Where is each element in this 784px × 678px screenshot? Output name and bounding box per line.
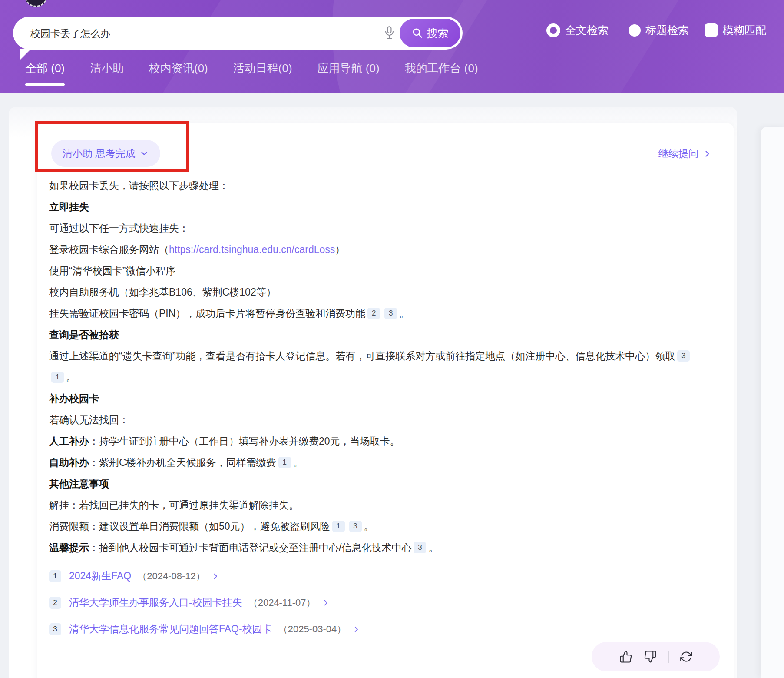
answer-text: 。: [293, 457, 303, 468]
search-input[interactable]: [30, 17, 309, 50]
thumbs-up-icon[interactable]: [619, 650, 632, 663]
answer-text: 通过上述渠道的“遗失卡查询”功能，查看是否有拾卡人登记信息。若有，可直接联系对方…: [49, 350, 675, 362]
answer-text: 校内自助服务机（如李兆基B106、紫荆C楼102等）: [49, 286, 276, 298]
tabs: 全部 (0)清小助校内资讯(0)活动日程(0)应用导航 (0)我的工作台 (0): [25, 61, 478, 86]
footnote-title-link[interactable]: 清华大学信息化服务常见问题回答FAQ-校园卡: [69, 622, 272, 636]
answer-paragraph: 使用“清华校园卡”微信小程序: [49, 260, 708, 282]
regenerate-icon[interactable]: [680, 651, 692, 663]
chevron-right-icon: [322, 599, 330, 607]
citation-badge[interactable]: 1: [332, 521, 345, 532]
answer-bold-text: 补办校园卡: [49, 393, 99, 404]
answer-paragraph: 解挂：若找回已挂失的卡，可通过原挂失渠道解除挂失。: [49, 495, 708, 516]
tab-5[interactable]: 我的工作台 (0): [405, 61, 478, 86]
footnote-item[interactable]: 3清华大学信息化服务常见问题回答FAQ-校园卡（2025-03-04）: [49, 616, 360, 642]
assistant-status-pill[interactable]: 清小助 思考完成: [51, 140, 160, 167]
answer-paragraph: 温馨提示：拾到他人校园卡可通过卡背面电话登记或交至注册中心/信息化技术中心3。: [49, 537, 708, 558]
answer-text: 挂失需验证校园卡密码（PIN），成功后卡片将暂停身份查验和消费功能: [49, 308, 365, 319]
answer-text: ：紫荆C楼补办机全天候服务，同样需缴费: [89, 457, 276, 468]
answer-card: 清小助 思考完成 继续提问 如果校园卡丢失，请按照以下步骤处理：立即挂失可通过以…: [37, 123, 734, 678]
answer-paragraph: 如果校园卡丢失，请按照以下步骤处理：: [49, 175, 708, 196]
card-loss-url-link[interactable]: https://card.tsinghua.edu.cn/cardLoss: [169, 244, 335, 255]
answer-text: 。: [399, 308, 409, 319]
answer-bold-text: 人工补办: [49, 435, 89, 447]
continue-asking-label: 继续提问: [658, 147, 698, 160]
answer-bold-text: 立即挂失: [49, 201, 89, 213]
answer-text: 。: [66, 372, 76, 383]
tab-0[interactable]: 全部 (0): [25, 61, 65, 86]
option-label: 模糊匹配: [723, 23, 766, 37]
footnote-title-link[interactable]: 清华大学师生办事服务入口-校园卡挂失: [69, 596, 242, 609]
university-logo: [24, 0, 48, 7]
answer-paragraph: 挂失需验证校园卡密码（PIN），成功后卡片将暂停身份查验和消费功能23。: [49, 303, 708, 324]
footnote-title-link[interactable]: 2024新生FAQ: [69, 569, 131, 583]
tab-4[interactable]: 应用导航 (0): [318, 61, 380, 86]
citation-badge[interactable]: 1: [278, 457, 291, 468]
chevron-right-icon: [352, 625, 360, 633]
answer-text: 可通过以下任一方式快速挂失：: [49, 223, 189, 234]
microphone-icon[interactable]: [384, 25, 395, 43]
footnote-item[interactable]: 2清华大学师生办事服务入口-校园卡挂失（2024-11-07）: [49, 589, 360, 616]
chevron-right-icon: [212, 572, 219, 580]
footnote-date: （2024-08-12）: [137, 570, 205, 583]
answer-paragraph: 自助补办：紫荆C楼补办机全天候服务，同样需缴费1。: [49, 452, 708, 473]
answer-paragraph: 立即挂失: [49, 196, 708, 218]
citation-badge[interactable]: 3: [677, 350, 690, 362]
chevron-down-icon: [139, 149, 149, 158]
answer-paragraph: 查询是否被拾获: [49, 324, 708, 346]
option-label: 全文检索: [565, 23, 609, 37]
answer-paragraph: 消费限额：建议设置单日消费限额（如50元），避免被盗刷风险13。: [49, 516, 708, 537]
radio-unselected-icon: [629, 24, 641, 37]
answer-text: 。: [364, 521, 374, 532]
answer-text: 登录校园卡综合服务网站（: [49, 244, 169, 255]
search-bar: 搜索: [13, 17, 463, 50]
citation-badge[interactable]: 3: [384, 308, 397, 319]
citation-badge[interactable]: 2: [367, 308, 380, 319]
answer-text: 若确认无法找回：: [49, 414, 129, 425]
answer-paragraph: 人工补办：持学生证到注册中心（工作日）填写补办表并缴费20元，当场取卡。: [49, 431, 708, 452]
footnote-number-badge: 3: [49, 623, 61, 635]
answer-paragraphs: 如果校园卡丢失，请按照以下步骤处理：立即挂失可通过以下任一方式快速挂失：登录校园…: [49, 175, 708, 558]
footnote-date: （2024-11-07）: [248, 596, 316, 609]
tab-2[interactable]: 校内资讯(0): [149, 61, 208, 86]
option-title-search[interactable]: 标题检索: [629, 23, 689, 37]
feedback-action-bar: [592, 642, 720, 671]
citation-badge[interactable]: 3: [349, 521, 362, 532]
option-fulltext[interactable]: 全文检索: [546, 23, 609, 37]
action-divider: [668, 651, 669, 663]
answer-paragraph: 可通过以下任一方式快速挂失：: [49, 218, 708, 239]
search-button[interactable]: 搜索: [398, 17, 462, 49]
search-bar-tail: [20, 49, 31, 60]
citation-badge[interactable]: 1: [51, 372, 64, 383]
answer-paragraph: 其他注意事项: [49, 473, 708, 495]
thumbs-down-icon[interactable]: [644, 650, 657, 663]
option-fuzzy-match[interactable]: 模糊匹配: [705, 23, 766, 37]
answer-bold-text: 查询是否被拾获: [49, 329, 119, 340]
answer-text: 解挂：若找回已挂失的卡，可通过原挂失渠道解除挂失。: [49, 499, 299, 511]
header: 搜索 全文检索 标题检索 模糊匹配 全部 (0)清小助校内资讯(0)活动日程(0…: [0, 0, 784, 93]
answer-text: 如果校园卡丢失，请按照以下步骤处理：: [49, 180, 229, 191]
answer-bold-text: 自助补办: [49, 457, 89, 468]
answer-text: 。: [428, 542, 438, 553]
tab-3[interactable]: 活动日程(0): [233, 61, 292, 86]
checkbox-unchecked-icon: [705, 23, 718, 37]
answer-bold-text: 其他注意事项: [49, 478, 109, 489]
answer-text: ：拾到他人校园卡可通过卡背面电话登记或交至注册中心/信息化技术中心: [89, 542, 411, 553]
continue-asking-link[interactable]: 继续提问: [658, 147, 711, 160]
tab-1[interactable]: 清小助: [90, 61, 124, 86]
side-panel-fragment: [761, 127, 784, 678]
assistant-status-label: 清小助 思考完成: [63, 147, 135, 160]
radio-selected-icon: [546, 23, 560, 37]
answer-text: ：持学生证到注册中心（工作日）填写补办表并缴费20元，当场取卡。: [89, 435, 400, 447]
app-screen: 搜索 全文检索 标题检索 模糊匹配 全部 (0)清小助校内资讯(0)活动日程(0…: [0, 0, 784, 678]
footnote-number-badge: 1: [49, 570, 61, 582]
footnote-number-badge: 2: [49, 597, 61, 609]
footnote-date: （2025-03-04）: [278, 623, 347, 636]
footnote-list: 12024新生FAQ（2024-08-12）2清华大学师生办事服务入口-校园卡挂…: [49, 563, 360, 642]
footnote-item[interactable]: 12024新生FAQ（2024-08-12）: [49, 563, 360, 589]
option-label: 标题检索: [645, 23, 689, 37]
citation-badge[interactable]: 3: [414, 542, 426, 553]
search-options: 全文检索 标题检索 模糊匹配: [546, 23, 766, 37]
chevron-right-icon: [703, 150, 711, 158]
answer-paragraph: 登录校园卡综合服务网站（https://card.tsinghua.edu.cn…: [49, 239, 708, 260]
search-icon: [412, 27, 423, 39]
